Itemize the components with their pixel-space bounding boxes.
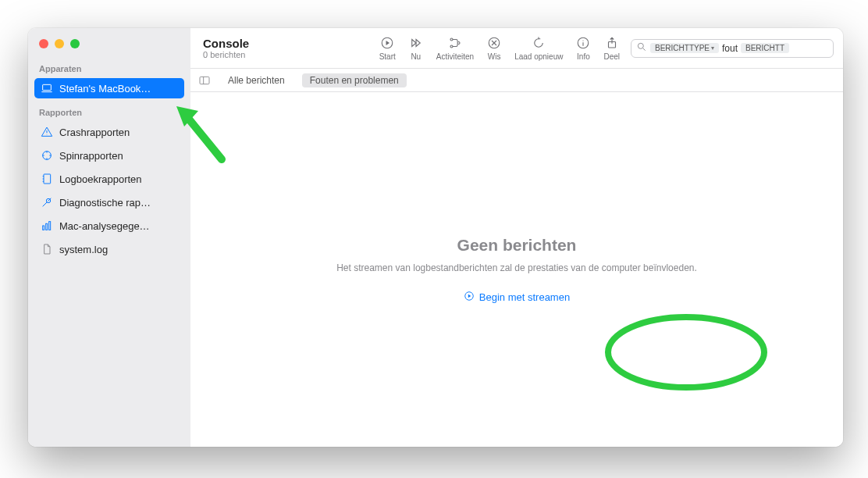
sidebar-item-label: Diagnostische rap… — [59, 197, 151, 209]
sidebar: Apparaten Stefan's MacBook… Rapporten Cr… — [28, 28, 190, 447]
now-button[interactable]: Nu — [408, 35, 424, 61]
activities-button[interactable]: Activiteiten — [436, 35, 474, 61]
svg-point-3 — [47, 134, 48, 135]
minimize-window-button[interactable] — [55, 39, 64, 48]
play-circle-icon — [379, 35, 395, 51]
search-filter-token[interactable]: BERICHTTYPE ▾ — [650, 43, 719, 53]
sidebar-item-label: Mac-analysegege… — [59, 220, 150, 232]
filter-errors-problems[interactable]: Fouten en problemen — [302, 73, 407, 87]
sidebar-item-label: system.log — [59, 244, 108, 255]
toolbar-buttons: Start Nu Activiteiten Wis Laad opnieuw — [379, 35, 620, 61]
sidebar-section-reports: Rapporten — [28, 100, 190, 120]
svg-point-32 — [638, 43, 643, 48]
search-query-text: fout — [722, 43, 738, 54]
play-circle-icon — [464, 291, 475, 304]
main-area: Console 0 berichten Start Nu Activiteite… — [190, 28, 843, 447]
sidebar-item-log-reports[interactable]: Logboekrapporten — [34, 169, 184, 189]
stream-button-label: Begin met streamen — [479, 291, 570, 303]
sidebar-item-system-log[interactable]: system.log — [34, 239, 184, 259]
sidebar-device-item[interactable]: Stefan's MacBook… — [34, 78, 184, 98]
sidebar-item-diagnostic-reports[interactable]: Diagnostische rap… — [34, 192, 184, 212]
annotation-ellipse — [600, 309, 772, 395]
info-circle-icon — [575, 35, 591, 51]
search-trailing-token[interactable]: BERICHTT — [741, 43, 789, 53]
window-controls — [28, 28, 190, 56]
filter-bar: Alle berichten Fouten en problemen — [190, 69, 843, 92]
notebook-icon — [41, 173, 53, 185]
share-button[interactable]: Deel — [603, 35, 620, 61]
laptop-icon — [41, 82, 53, 95]
tools-icon — [41, 196, 53, 209]
sidebar-item-label: Stefan's MacBook… — [59, 83, 151, 95]
toolbar: Console 0 berichten Start Nu Activiteite… — [190, 28, 843, 69]
svg-line-33 — [643, 48, 646, 50]
close-window-button[interactable] — [39, 39, 48, 48]
search-field[interactable]: BERICHTTYPE ▾ fout BERICHTT — [631, 39, 834, 58]
chevron-down-icon: ▾ — [711, 45, 714, 52]
svg-rect-9 — [44, 174, 51, 184]
sidebar-item-crash-reports[interactable]: Crashrapporten — [34, 122, 184, 142]
sidebar-item-label: Spinrapporten — [59, 150, 123, 162]
svg-rect-14 — [43, 226, 44, 230]
bar-chart-icon — [41, 219, 53, 232]
search-icon — [636, 41, 647, 55]
info-button[interactable]: Info — [575, 35, 591, 61]
sidebar-item-label: Logboekrapporten — [59, 173, 142, 185]
spinner-icon — [41, 149, 53, 162]
clear-circle-icon — [486, 35, 502, 51]
message-count: 0 berichten — [203, 50, 301, 59]
svg-point-29 — [583, 40, 584, 41]
svg-point-21 — [450, 38, 453, 41]
start-button[interactable]: Start — [379, 35, 396, 61]
clear-button[interactable]: Wis — [486, 35, 502, 61]
svg-rect-16 — [49, 222, 51, 230]
zoom-window-button[interactable] — [70, 39, 80, 48]
svg-point-23 — [457, 42, 460, 45]
sidebar-item-spin-reports[interactable]: Spinrapporten — [34, 145, 184, 166]
sidebar-toggle-icon[interactable] — [198, 74, 211, 87]
app-window: Apparaten Stefan's MacBook… Rapporten Cr… — [28, 28, 843, 447]
title-block: Console 0 berichten — [200, 37, 301, 59]
svg-rect-15 — [46, 223, 48, 230]
share-icon — [604, 35, 620, 51]
warning-triangle-icon — [41, 126, 53, 138]
svg-marker-19 — [412, 40, 416, 47]
svg-point-22 — [450, 45, 453, 48]
reload-icon — [531, 35, 546, 51]
sidebar-item-mac-analytics[interactable]: Mac-analysegege… — [34, 216, 184, 236]
begin-streaming-button[interactable]: Begin met streamen — [464, 291, 570, 304]
app-title: Console — [203, 37, 301, 50]
branch-icon — [447, 35, 463, 51]
svg-marker-37 — [468, 294, 471, 298]
sidebar-item-label: Crashrapporten — [59, 127, 130, 138]
content-empty-state: Geen berichten Het streamen van logbesta… — [190, 92, 843, 447]
filter-all-messages[interactable]: Alle berichten — [220, 73, 293, 87]
empty-state-title: Geen berichten — [457, 236, 577, 255]
svg-marker-18 — [386, 41, 390, 45]
sidebar-section-devices: Apparaten — [28, 56, 190, 77]
svg-rect-0 — [43, 84, 52, 90]
document-icon — [41, 243, 53, 255]
reload-button[interactable]: Laad opnieuw — [514, 35, 563, 61]
fast-forward-icon — [408, 35, 424, 51]
svg-point-38 — [608, 317, 764, 387]
svg-rect-34 — [200, 77, 209, 84]
empty-state-subtitle: Het streamen van logbestandberichten zal… — [336, 262, 697, 273]
